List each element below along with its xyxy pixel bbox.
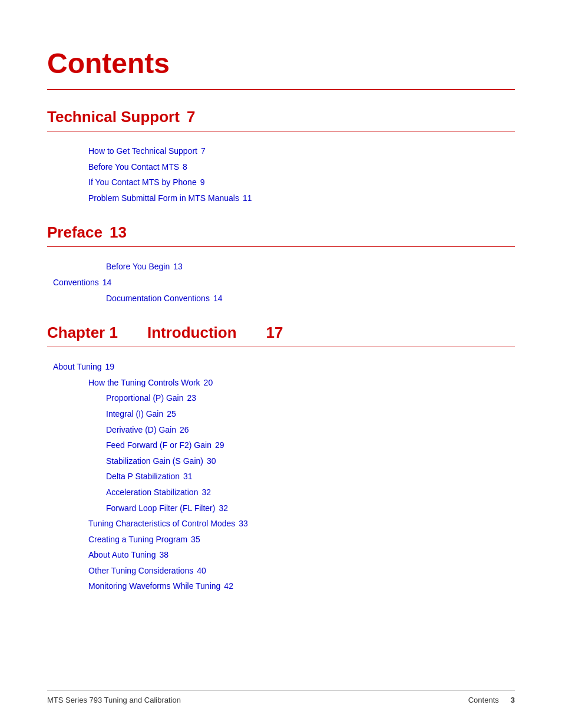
- toc-item[interactable]: How the Tuning Controls Work 20: [53, 375, 515, 391]
- toc-item-text: Stabilization Gain (S Gain): [106, 453, 203, 469]
- toc-item[interactable]: Documentation Conventions 14: [53, 291, 515, 307]
- toc-item-text: Creating a Tuning Program: [88, 532, 187, 548]
- toc-item[interactable]: Creating a Tuning Program 35: [53, 532, 515, 548]
- toc-item[interactable]: Other Tuning Considerations 40: [53, 563, 515, 579]
- toc-item[interactable]: Integral (I) Gain 25: [53, 406, 515, 422]
- toc-item-page: 42: [224, 578, 233, 594]
- toc-item-page: 13: [173, 259, 183, 275]
- toc-item-text: Monitoring Waveforms While Tuning: [88, 578, 220, 594]
- toc-item-page: 40: [197, 563, 206, 579]
- toc-item-text: Forward Loop Filter (FL Filter): [106, 500, 215, 516]
- toc-item-page: 29: [215, 437, 224, 453]
- toc-item[interactable]: If You Contact MTS by Phone 9: [53, 174, 515, 190]
- toc-item-text: How to Get Technical Support: [88, 143, 197, 159]
- toc-item-text: About Auto Tuning: [88, 547, 156, 563]
- section-page-technical-support: 7: [187, 108, 195, 126]
- toc-item-text: Feed Forward (F or F2) Gain: [106, 437, 211, 453]
- toc-item-text: Before You Contact MTS: [88, 159, 179, 175]
- chapter-title: Introduction: [147, 324, 237, 342]
- toc-item-page: 38: [159, 547, 168, 563]
- toc-item-text: Acceleration Stabilization: [106, 485, 198, 500]
- section-divider-preface: [47, 246, 515, 247]
- toc-item-page: 8: [183, 159, 187, 175]
- toc-item-text: Tuning Characteristics of Control Modes: [88, 516, 235, 532]
- footer-page-number: 3: [511, 696, 515, 704]
- section-divider-technical-support: [47, 131, 515, 131]
- toc-item-page: 14: [103, 275, 112, 291]
- toc-item[interactable]: About Tuning 19: [53, 359, 515, 375]
- toc-item[interactable]: Feed Forward (F or F2) Gain 29: [53, 437, 515, 453]
- page-footer: MTS Series 793 Tuning and Calibration Co…: [47, 690, 515, 704]
- toc-item-text: Problem Submittal Form in MTS Manuals: [88, 190, 239, 206]
- section-preface: Preface 13 Before You Begin 13 Conventio…: [47, 223, 515, 306]
- toc-item[interactable]: About Auto Tuning 38: [53, 547, 515, 563]
- toc-item-page: 26: [180, 422, 189, 438]
- toc-item-text: Delta P Stabilization: [106, 469, 180, 485]
- toc-item-page: 25: [167, 406, 176, 422]
- toc-item-page: 32: [219, 500, 228, 516]
- section-chapter-1: Chapter 1 Introduction 17 About Tuning 1…: [47, 324, 515, 594]
- chapter-label: Chapter 1: [47, 324, 118, 342]
- toc-item[interactable]: Forward Loop Filter (FL Filter) 32: [53, 500, 515, 516]
- toc-item-text: How the Tuning Controls Work: [88, 375, 200, 391]
- toc-item[interactable]: Conventions 14: [53, 275, 515, 291]
- footer-right: Contents 3: [468, 696, 515, 704]
- toc-item-page: 31: [183, 469, 193, 485]
- section-title-preface: Preface: [47, 223, 103, 242]
- toc-item[interactable]: Before You Contact MTS 8: [53, 159, 515, 175]
- chapter-page: 17: [266, 324, 283, 342]
- toc-item-page: 7: [201, 143, 206, 159]
- toc-item[interactable]: How to Get Technical Support 7: [53, 143, 515, 159]
- toc-item-page: 32: [201, 485, 211, 500]
- toc-item-page: 35: [191, 532, 200, 548]
- toc-item[interactable]: Derivative (D) Gain 26: [53, 422, 515, 438]
- footer-document-title: MTS Series 793 Tuning and Calibration: [47, 696, 181, 704]
- toc-item-page: 9: [200, 174, 205, 190]
- section-technical-support: Technical Support 7 How to Get Technical…: [47, 108, 515, 206]
- toc-item-text: Documentation Conventions: [106, 291, 210, 307]
- toc-item[interactable]: Stabilization Gain (S Gain) 30: [53, 453, 515, 469]
- toc-item[interactable]: Tuning Characteristics of Control Modes …: [53, 516, 515, 532]
- title-divider: [47, 89, 515, 90]
- toc-item[interactable]: Delta P Stabilization 31: [53, 469, 515, 485]
- toc-item-page: 19: [105, 359, 115, 375]
- toc-item-page: 23: [187, 390, 197, 406]
- toc-item-text: Before You Begin: [106, 259, 170, 275]
- page-title: Contents: [47, 47, 515, 80]
- toc-item-text: Conventions: [53, 275, 99, 291]
- toc-item-page: 30: [207, 453, 216, 469]
- toc-item-text: Integral (I) Gain: [106, 406, 163, 422]
- toc-item-text: About Tuning: [53, 359, 102, 375]
- footer-section-label: Contents: [468, 696, 499, 704]
- section-title-technical-support: Technical Support: [47, 108, 180, 126]
- section-page-preface: 13: [110, 223, 127, 242]
- toc-item-text: If You Contact MTS by Phone: [88, 174, 197, 190]
- toc-item-page: 33: [239, 516, 248, 532]
- toc-item[interactable]: Problem Submittal Form in MTS Manuals 11: [53, 190, 515, 206]
- toc-item[interactable]: Monitoring Waveforms While Tuning 42: [53, 578, 515, 594]
- toc-item-text: Derivative (D) Gain: [106, 422, 176, 438]
- toc-item-page: 20: [204, 375, 213, 391]
- toc-item-text: Proportional (P) Gain: [106, 390, 184, 406]
- toc-item-page: 11: [243, 190, 252, 206]
- toc-item-text: Other Tuning Considerations: [88, 563, 193, 579]
- section-divider-chapter-1: [47, 347, 515, 347]
- toc-item[interactable]: Acceleration Stabilization 32: [53, 485, 515, 500]
- toc-item[interactable]: Proportional (P) Gain 23: [53, 390, 515, 406]
- toc-item-page: 14: [213, 291, 223, 307]
- toc-item[interactable]: Before You Begin 13: [53, 259, 515, 275]
